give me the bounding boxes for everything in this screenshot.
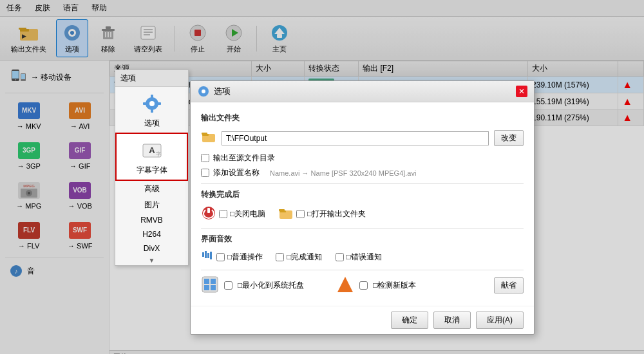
options-side-panel: 选项 选项 A 字 字幕字体 高级 图片 RM bbox=[115, 70, 189, 266]
divider-2 bbox=[201, 228, 524, 228]
error-sound-row: □错误通知 bbox=[336, 252, 382, 263]
svg-rect-74 bbox=[204, 279, 209, 284]
svg-rect-75 bbox=[211, 279, 216, 284]
minimize-icon bbox=[201, 275, 219, 295]
shutdown-checkbox[interactable] bbox=[219, 210, 227, 218]
options-subtitle-icon: A 字 bbox=[139, 138, 165, 163]
sound-icon bbox=[201, 250, 214, 265]
dialog-footer: 确定 取消 应用(A) bbox=[191, 306, 534, 334]
after-convert-row: □关闭电脑 □打开输出文件夹 bbox=[201, 205, 524, 223]
options-advanced-label: 高级 bbox=[144, 184, 160, 193]
svg-rect-77 bbox=[211, 285, 216, 290]
dialog-title-icon bbox=[197, 85, 210, 98]
dialog-title-text: 选项 bbox=[214, 86, 231, 97]
output-path-input[interactable] bbox=[222, 131, 489, 145]
add-settings-checkbox[interactable] bbox=[201, 169, 209, 177]
options-general-item[interactable]: 选项 bbox=[115, 87, 188, 133]
svg-rect-63 bbox=[202, 133, 207, 135]
add-settings-checkbox-row: 添加设置名称 Name.avi → Name [PSF 320x240 MPEG… bbox=[201, 167, 524, 178]
advanced-settings-button[interactable]: 献省 bbox=[494, 277, 524, 293]
options-image-item[interactable]: 图片 bbox=[115, 197, 188, 213]
open-folder-row: □打开输出文件夹 bbox=[278, 205, 366, 223]
output-source-label: 输出至源文件目录 bbox=[213, 153, 275, 163]
other-options-row: □最小化到系统托盘 □检测新版本 献省 bbox=[201, 275, 524, 295]
open-folder-label: □打开输出文件夹 bbox=[307, 209, 366, 219]
open-folder-checkbox[interactable] bbox=[296, 210, 305, 218]
output-folder-row: 改变 bbox=[201, 129, 524, 147]
svg-rect-69 bbox=[202, 252, 204, 257]
options-advanced-item[interactable]: 高级 bbox=[115, 181, 188, 197]
add-settings-label: 添加设置名称 bbox=[213, 167, 260, 178]
svg-text:A: A bbox=[149, 145, 155, 155]
normal-sound-row: □普通操作 bbox=[201, 250, 263, 265]
main-dialog: 选项 ✕ 输出文件夹 改变 输出至源文件目录 添加设置名称 Name.avi →… bbox=[190, 80, 535, 335]
options-subtitle-item[interactable]: A 字 字幕字体 bbox=[115, 133, 188, 181]
options-divx-label: DivX bbox=[144, 244, 160, 253]
ok-button[interactable]: 确定 bbox=[391, 312, 428, 329]
output-source-checkbox-row: 输出至源文件目录 bbox=[201, 153, 524, 163]
svg-rect-68 bbox=[279, 209, 285, 211]
svg-rect-76 bbox=[204, 285, 209, 290]
divider-3 bbox=[201, 270, 524, 270]
options-rmvb-label: RMVB bbox=[140, 216, 163, 225]
options-subtitle-label: 字幕字体 bbox=[137, 165, 167, 174]
svg-marker-78 bbox=[337, 277, 353, 292]
svg-rect-54 bbox=[143, 102, 147, 105]
updates-checkbox[interactable] bbox=[359, 281, 368, 290]
error-sound-label: □错误通知 bbox=[346, 252, 382, 263]
options-general-icon bbox=[139, 91, 165, 116]
options-side-header: 选项 bbox=[115, 70, 188, 87]
minimize-label: □最小化到系统托盘 bbox=[238, 280, 304, 291]
apply-button[interactable]: 应用(A) bbox=[476, 312, 524, 329]
dialog-close-button[interactable]: ✕ bbox=[516, 86, 527, 97]
output-source-checkbox[interactable] bbox=[201, 154, 209, 162]
svg-rect-71 bbox=[207, 253, 209, 258]
svg-rect-70 bbox=[205, 251, 207, 258]
dialog-title: 选项 bbox=[197, 85, 231, 98]
options-rmvb-item[interactable]: RMVB bbox=[115, 213, 188, 227]
svg-rect-55 bbox=[157, 102, 161, 105]
after-convert-label: 转换完成后 bbox=[201, 189, 524, 200]
svg-text:字: 字 bbox=[156, 151, 161, 157]
svg-point-51 bbox=[149, 101, 155, 106]
shutdown-icon bbox=[201, 205, 216, 223]
updates-label: □检测新版本 bbox=[373, 280, 416, 291]
complete-sound-label: □完成通知 bbox=[287, 252, 322, 263]
svg-rect-72 bbox=[210, 252, 212, 259]
minimize-checkbox[interactable] bbox=[224, 281, 232, 290]
options-general-label: 选项 bbox=[144, 118, 160, 127]
options-h264-label: H264 bbox=[142, 230, 161, 239]
complete-sound-checkbox[interactable] bbox=[276, 253, 284, 261]
svg-rect-52 bbox=[151, 95, 153, 98]
complete-sound-row: □完成通知 bbox=[276, 252, 322, 263]
normal-sound-label: □普通操作 bbox=[227, 252, 263, 263]
shutdown-row: □关闭电脑 bbox=[201, 205, 265, 223]
sound-effects-label: 界面音效 bbox=[201, 234, 524, 245]
svg-rect-53 bbox=[151, 109, 153, 113]
divider-1 bbox=[201, 183, 524, 184]
svg-point-60 bbox=[202, 89, 205, 93]
options-image-label: 图片 bbox=[144, 200, 160, 209]
options-h264-item[interactable]: H264 bbox=[115, 227, 188, 241]
error-sound-checkbox[interactable] bbox=[336, 253, 344, 261]
cancel-button[interactable]: 取消 bbox=[433, 312, 471, 329]
normal-sound-checkbox[interactable] bbox=[216, 253, 225, 261]
updates-icon bbox=[336, 275, 354, 295]
sound-effects-row: □普通操作 □完成通知 □错误通知 bbox=[201, 250, 524, 265]
options-divx-item[interactable]: DivX bbox=[115, 241, 188, 256]
folder-icon bbox=[201, 129, 216, 147]
scroll-down-arrow[interactable]: ▼ bbox=[115, 256, 188, 265]
open-folder-icon bbox=[278, 205, 294, 223]
change-folder-button[interactable]: 改变 bbox=[494, 130, 524, 146]
output-folder-section-label: 输出文件夹 bbox=[201, 113, 524, 124]
name-example-text: Name.avi → Name [PSF 320x240 MPEG4].avi bbox=[270, 169, 416, 177]
dialog-titlebar: 选项 ✕ bbox=[191, 81, 534, 102]
svg-rect-65 bbox=[207, 208, 210, 213]
shutdown-label: □关闭电脑 bbox=[230, 209, 265, 219]
dialog-body: 输出文件夹 改变 输出至源文件目录 添加设置名称 Name.avi → Name… bbox=[191, 102, 534, 306]
